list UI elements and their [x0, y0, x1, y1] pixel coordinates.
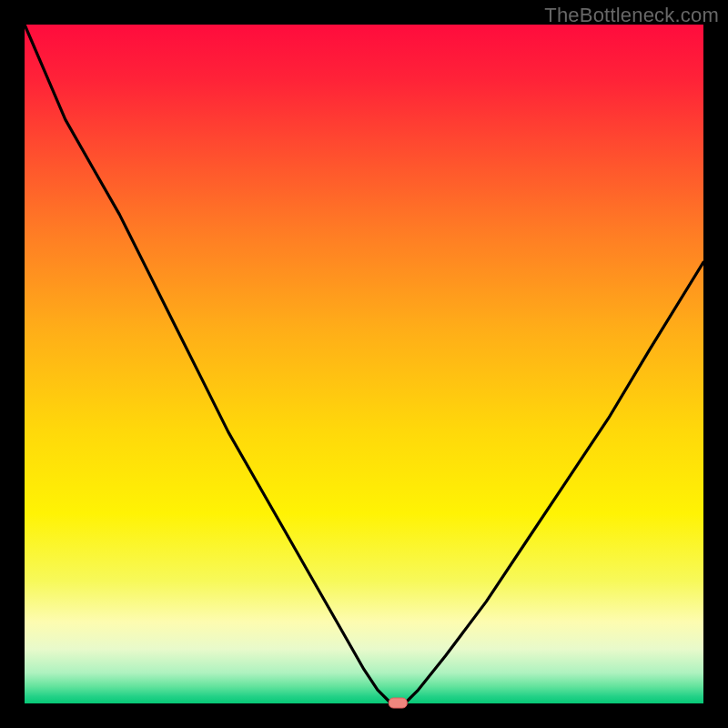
optimum-marker	[389, 698, 407, 708]
chart-frame: TheBottleneck.com	[0, 0, 728, 728]
plot-background	[25, 25, 703, 703]
watermark-text: TheBottleneck.com	[544, 4, 719, 27]
bottleneck-chart	[0, 0, 728, 728]
